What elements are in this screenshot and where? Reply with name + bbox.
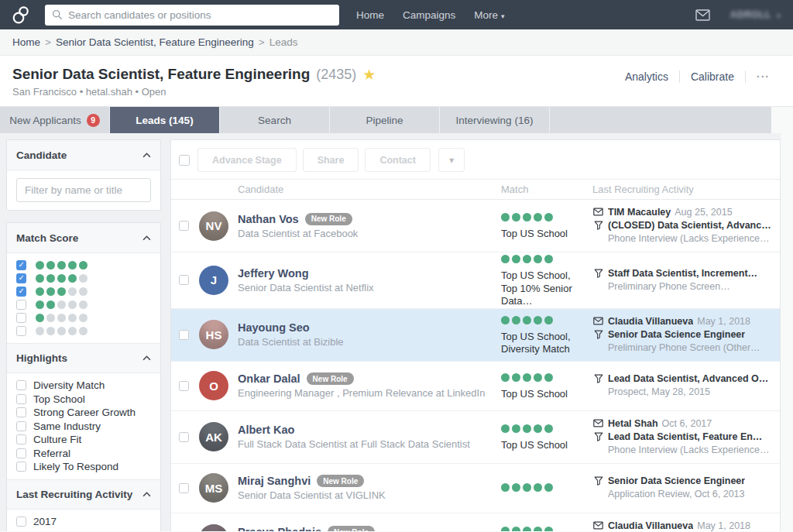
candidate-name-link[interactable]: Onkar Dalal — [238, 372, 300, 385]
more-actions-button[interactable]: ··· — [745, 70, 781, 83]
chevron-up-icon[interactable] — [142, 492, 151, 497]
activity-secondary: Application Review, Oct 6, 2013 — [608, 488, 745, 501]
dot-filled — [512, 424, 520, 433]
match-cell: Top US School, Top 10% Senior Data… — [501, 252, 592, 308]
row-checkbox[interactable] — [179, 275, 189, 285]
tabs-inner: New Applicants9Leads (145)SearchPipeline… — [0, 107, 771, 133]
chevron-up-icon[interactable] — [142, 235, 151, 241]
tab-leads-145[interactable]: Leads (145) — [110, 107, 220, 133]
highlights-header[interactable]: Highlights — [7, 343, 160, 373]
highlight-option-strong-career-growth[interactable]: Strong Career Growth — [16, 406, 151, 420]
chevron-up-icon[interactable] — [142, 355, 151, 361]
candidate-row[interactable]: HSHayoung SeoData Scientist at BizibleTo… — [171, 309, 780, 362]
search-icon — [52, 9, 63, 20]
avatar[interactable]: PP — [199, 524, 228, 531]
highlight-option-culture-fit[interactable]: Culture Fit — [16, 433, 151, 447]
highlight-option-likely-to-respond[interactable]: Likely To Respond — [16, 460, 151, 474]
global-search-input[interactable] — [68, 9, 332, 21]
activity-line: Senior Data Science Engineer — [592, 328, 774, 342]
dot-filled — [534, 213, 542, 221]
avatar[interactable]: NV — [199, 211, 228, 241]
candidate-name-link[interactable]: Hayoung Seo — [238, 321, 310, 334]
highlight-checkbox[interactable] — [16, 407, 26, 417]
tab-interviewing-16[interactable]: Interviewing (16) — [440, 107, 550, 133]
highlight-option-diversity-match[interactable]: Diversity Match — [16, 379, 151, 393]
share-button[interactable]: Share — [303, 148, 359, 172]
match-cell: Diversity Match — [501, 524, 592, 531]
match-score-checkbox[interactable] — [16, 313, 26, 323]
match-score-checkbox[interactable] — [16, 287, 26, 297]
highlight-checkbox[interactable] — [16, 380, 26, 390]
filter-icon — [592, 432, 604, 441]
last-activity-checkbox[interactable] — [16, 517, 26, 527]
dot-filled — [57, 274, 66, 283]
last-activity-option-2017[interactable]: 2017 — [16, 515, 151, 529]
avatar[interactable]: AK — [199, 422, 228, 451]
select-all-checkbox[interactable] — [179, 155, 190, 166]
avatar[interactable]: MS — [199, 473, 228, 503]
last-activity-header[interactable]: Last Recruiting Activity — [7, 479, 160, 510]
candidate-name-link[interactable]: Albert Kao — [238, 424, 294, 436]
star-icon[interactable]: ★ — [362, 67, 376, 82]
row-checkbox[interactable] — [179, 483, 189, 493]
top-navbar: HomeCampaignsMore▾ ADROLL ▾ — [0, 0, 793, 29]
name-line: Onkar DalalNew Role — [238, 372, 485, 385]
row-checkbox[interactable] — [179, 221, 189, 231]
highlight-option-referral[interactable]: Referral — [16, 447, 151, 461]
candidate-row[interactable]: AKAlbert KaoFull Stack Data Scientist at… — [171, 411, 780, 464]
nav-link-campaigns[interactable]: Campaigns — [403, 9, 455, 21]
avatar[interactable]: O — [199, 371, 228, 400]
nav-link-home[interactable]: Home — [356, 9, 384, 21]
candidate-row[interactable]: NVNathan VosNew RoleData Scientist at Fa… — [171, 200, 780, 252]
activity-secondary: Aug 25, 2015 — [675, 206, 732, 219]
candidate-row[interactable]: JJeffery WongSenior Data Scientist at Ne… — [171, 252, 780, 309]
tab-search[interactable]: Search — [220, 107, 330, 133]
dot-filled — [46, 300, 55, 309]
row-checkbox[interactable] — [179, 381, 189, 391]
candidate-filter-header[interactable]: Candidate — [7, 140, 160, 170]
highlight-checkbox[interactable] — [16, 434, 26, 444]
tab-new-applicants[interactable]: New Applicants9 — [0, 107, 110, 133]
candidate-row[interactable]: MSMiraj SanghviNew RoleSenior Data Scien… — [171, 464, 780, 513]
highlight-checkbox[interactable] — [16, 421, 26, 431]
avatar[interactable]: HS — [199, 320, 228, 349]
breadcrumb-item-leads: Leads — [269, 36, 298, 48]
match-score-checkbox[interactable] — [16, 273, 26, 283]
candidate-row[interactable]: PPPreeya PhadnisNew RoleData Scientist a… — [171, 513, 780, 531]
candidate-row[interactable]: OOnkar DalalNew RoleEngineering Manager … — [171, 362, 780, 411]
highlight-checkbox[interactable] — [16, 448, 26, 458]
highlight-checkbox[interactable] — [16, 462, 26, 472]
breadcrumb-item-senior-data-scientist-feature-engineering[interactable]: Senior Data Scientist, Feature Engineeri… — [56, 36, 254, 48]
breadcrumb-item-home[interactable]: Home — [12, 36, 40, 48]
match-score-header[interactable]: Match Score — [7, 223, 160, 253]
tab-pipeline[interactable]: Pipeline — [330, 107, 440, 133]
activity-line: Hetal ShahOct 6, 2017 — [592, 417, 774, 431]
row-checkbox[interactable] — [179, 432, 189, 442]
activity-line: Prospect, May 28, 2015 — [592, 386, 774, 399]
chevron-up-icon[interactable] — [142, 153, 151, 158]
contact-button[interactable]: Contact — [365, 148, 431, 172]
user-menu[interactable]: ADROLL ▾ — [730, 9, 781, 20]
activity-secondary: Prospect, May 28, 2015 — [608, 386, 710, 399]
match-score-checkbox[interactable] — [16, 326, 26, 336]
candidate-name-link[interactable]: Jeffery Wong — [238, 267, 309, 280]
advance-stage-button[interactable]: Advance Stage — [197, 148, 297, 172]
nav-link-more[interactable]: More▾ — [474, 9, 504, 21]
match-score-checkbox[interactable] — [16, 300, 26, 310]
messages-icon[interactable] — [695, 9, 710, 21]
row-checkbox[interactable] — [179, 330, 189, 340]
highlight-option-same-industry[interactable]: Same Industry — [16, 420, 151, 434]
candidate-name-link[interactable]: Miraj Sanghvi — [238, 475, 311, 487]
calibrate-link[interactable]: Calibrate — [679, 70, 745, 83]
avatar[interactable]: J — [199, 266, 228, 295]
match-score-checkbox[interactable] — [16, 260, 26, 270]
highlight-checkbox[interactable] — [16, 394, 26, 404]
candidate-name-link[interactable]: Preeya Phadnis — [238, 526, 321, 531]
candidate-name-link[interactable]: Nathan Vos — [238, 213, 299, 225]
app-logo-icon[interactable] — [11, 5, 34, 25]
analytics-link[interactable]: Analytics — [614, 70, 679, 83]
more-actions-dropdown[interactable]: ▾ — [438, 148, 465, 172]
activity-secondary: Phone Interview (Lacks Experience… — [608, 232, 769, 245]
highlight-option-top-school[interactable]: Top School — [16, 393, 151, 407]
candidate-filter-input[interactable] — [16, 178, 151, 202]
